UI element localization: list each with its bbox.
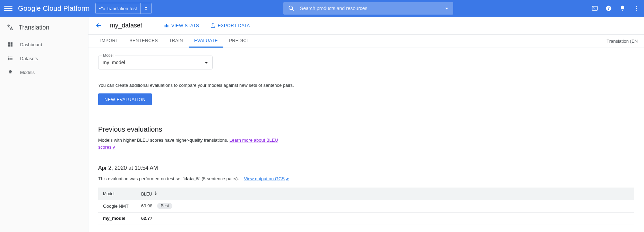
- svg-rect-10: [11, 44, 12, 47]
- svg-point-0: [289, 6, 293, 10]
- chevron-down-icon: [445, 8, 448, 9]
- sidebar-item-label: Datasets: [20, 56, 38, 61]
- external-link-icon: ⬈: [286, 177, 289, 181]
- svg-point-17: [8, 59, 9, 60]
- menu-button[interactable]: [4, 4, 12, 13]
- search-icon: [288, 5, 294, 11]
- external-link-icon: ⬈: [112, 145, 115, 149]
- svg-point-5: [636, 6, 637, 7]
- evaluation-detail: This evaluation was performed on test se…: [98, 176, 634, 181]
- col-model[interactable]: Model: [98, 188, 136, 200]
- tab-import[interactable]: IMPORT: [95, 35, 124, 48]
- view-stats-button[interactable]: VIEW STATS: [164, 23, 199, 28]
- model-select-value: my_model: [103, 60, 125, 65]
- sidebar-item-label: Dashboard: [20, 42, 42, 47]
- chevron-down-icon: [205, 62, 208, 64]
- lightbulb-icon: [7, 69, 14, 76]
- svg-point-6: [636, 8, 637, 9]
- sidebar-header: Translation: [0, 21, 88, 38]
- results-table: Model BLEU Google NMT 69.98: [98, 188, 634, 224]
- test-set-name: data_5: [184, 176, 199, 181]
- notifications-icon[interactable]: [619, 5, 626, 12]
- svg-text:?: ?: [608, 6, 610, 10]
- project-name: translation-test: [108, 6, 137, 11]
- svg-rect-9: [11, 42, 12, 44]
- svg-rect-19: [166, 24, 167, 27]
- bar-chart-icon: [164, 23, 169, 28]
- model-field-label: Model: [102, 53, 115, 57]
- cell-bleu: 62.77: [136, 213, 634, 224]
- tab-sentences[interactable]: SENTENCES: [124, 35, 163, 48]
- evaluate-description: You can create additional evaluations to…: [98, 83, 634, 88]
- translate-icon: [6, 24, 14, 31]
- sort-desc-icon: [153, 191, 158, 196]
- model-field: Model my_model: [98, 56, 213, 69]
- svg-point-15: [8, 57, 9, 57]
- best-badge: Best: [157, 203, 172, 209]
- back-button[interactable]: [93, 19, 105, 32]
- upload-icon: [210, 23, 216, 28]
- tabbar: IMPORT SENTENCES TRAIN EVALUATE PREDICT …: [88, 34, 644, 48]
- svg-rect-11: [8, 45, 10, 47]
- page-title: my_dataset: [110, 22, 142, 29]
- tab-evaluate[interactable]: EVALUATE: [189, 35, 223, 48]
- project-picker[interactable]: translation-test: [95, 3, 152, 14]
- svg-rect-2: [592, 6, 598, 10]
- cell-bleu: 69.98 Best: [136, 200, 634, 213]
- table-row: my_model 62.77: [98, 213, 634, 224]
- sidebar-item-datasets[interactable]: Datasets: [0, 51, 88, 65]
- cell-model: my_model: [98, 213, 136, 224]
- tab-predict[interactable]: PREDICT: [223, 35, 255, 48]
- view-output-link[interactable]: View output on GCS⬈: [244, 176, 289, 181]
- svg-rect-20: [168, 25, 169, 27]
- svg-line-1: [292, 9, 294, 11]
- more-icon[interactable]: [633, 5, 640, 12]
- topbar: Google Cloud Platform translation-test ?: [0, 0, 644, 17]
- previous-evaluations-title: Previous evaluations: [98, 125, 634, 133]
- dashboard-icon: [7, 41, 14, 48]
- project-icon: [99, 8, 105, 9]
- chevron-updown-icon: [144, 7, 148, 10]
- tab-train[interactable]: TRAIN: [163, 35, 189, 48]
- sidebar: Translation Dashboard Datasets Models: [0, 17, 88, 232]
- language-pair-label: Translation (EN: [607, 39, 638, 44]
- sidebar-item-models[interactable]: Models: [0, 65, 88, 79]
- page-header: my_dataset VIEW STATS EXPORT DATA: [88, 17, 644, 34]
- previous-evaluations-subtitle: Models with higher BLEU scores have high…: [98, 137, 292, 150]
- export-data-button[interactable]: EXPORT DATA: [210, 23, 250, 28]
- svg-point-7: [636, 10, 637, 11]
- help-icon[interactable]: ?: [605, 5, 612, 12]
- svg-rect-18: [165, 25, 166, 27]
- product-name: Google Cloud Platform: [18, 5, 90, 13]
- search-input[interactable]: [300, 6, 445, 11]
- svg-point-16: [8, 58, 9, 58]
- list-icon: [7, 55, 14, 62]
- main: my_dataset VIEW STATS EXPORT DATA IMPORT…: [88, 17, 644, 232]
- search-bar[interactable]: [283, 2, 453, 15]
- topbar-actions: ?: [591, 5, 640, 12]
- sidebar-title: Translation: [19, 24, 49, 31]
- col-bleu[interactable]: BLEU: [136, 188, 634, 200]
- model-select[interactable]: my_model: [98, 56, 213, 69]
- evaluation-timestamp: Apr 2, 2020 at 10:54 AM: [98, 165, 634, 171]
- cloud-shell-icon[interactable]: [591, 5, 598, 12]
- sidebar-item-dashboard[interactable]: Dashboard: [0, 38, 88, 51]
- new-evaluation-button[interactable]: NEW EVALUATION: [98, 93, 152, 105]
- svg-rect-8: [8, 42, 10, 45]
- content: Model my_model You can create additional…: [88, 48, 644, 232]
- table-row: Google NMT 69.98 Best: [98, 200, 634, 213]
- cell-model: Google NMT: [98, 200, 136, 213]
- sidebar-item-label: Models: [20, 70, 35, 75]
